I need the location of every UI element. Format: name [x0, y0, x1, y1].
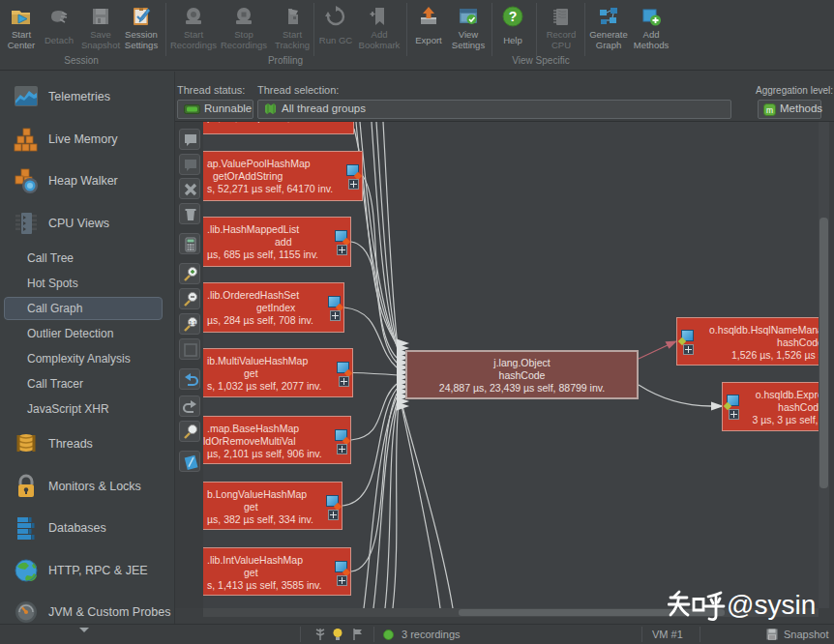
svg-text:1:1: 1:1 [189, 320, 196, 326]
svg-text:@sysin: @sysin [727, 590, 816, 620]
svg-text:?: ? [509, 9, 518, 24]
svg-text:m: m [766, 105, 773, 115]
